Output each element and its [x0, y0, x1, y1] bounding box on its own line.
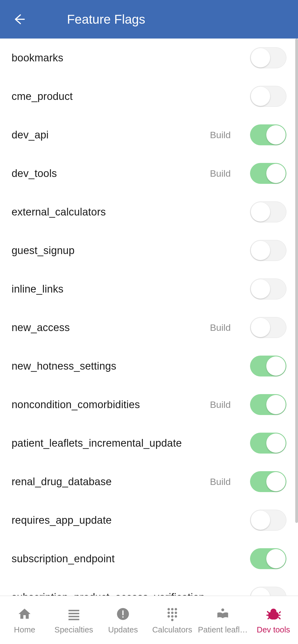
flag-build-label: Build: [210, 322, 231, 333]
dialpad-icon: [164, 606, 180, 622]
app-bar: Feature Flags: [0, 0, 298, 39]
flag-name: new_hotness_settings: [12, 360, 250, 372]
feature-flag-row: patient_leaflets_incremental_update: [0, 424, 298, 462]
nav-home[interactable]: Home: [0, 596, 49, 644]
toggle-knob: [266, 356, 286, 376]
nav-label: Calculators: [151, 625, 193, 634]
flag-toggle[interactable]: [250, 47, 286, 68]
toggle-knob: [251, 588, 270, 596]
flag-toggle[interactable]: [250, 587, 286, 596]
flag-name: requires_app_update: [12, 514, 250, 526]
flag-name: renal_drug_database: [12, 476, 210, 488]
feature-flag-row: external_calculators: [0, 193, 298, 231]
svg-rect-5: [122, 610, 124, 615]
feature-flags-list[interactable]: bookmarkscme_productdev_apiBuilddev_tool…: [0, 39, 298, 596]
toggle-knob: [251, 48, 270, 67]
list-icon: [66, 606, 82, 622]
feature-flag-row: inline_links: [0, 270, 298, 308]
nav-updates[interactable]: Updates: [98, 596, 147, 644]
flag-toggle[interactable]: [250, 471, 286, 492]
feature-flag-row: new_accessBuild: [0, 308, 298, 347]
svg-point-10: [167, 612, 170, 614]
flag-toggle[interactable]: [250, 163, 286, 184]
flag-toggle[interactable]: [250, 124, 286, 145]
svg-point-7: [167, 608, 170, 610]
toggle-knob: [251, 511, 270, 530]
flag-name: inline_links: [12, 283, 250, 295]
toggle-knob: [266, 395, 286, 414]
nav-label: Specialties: [53, 625, 94, 634]
toggle-knob: [266, 433, 286, 453]
flag-name: dev_api: [12, 129, 210, 141]
page-title: Feature Flags: [67, 12, 145, 27]
flag-name: subscription_product_access_verification: [12, 591, 250, 596]
svg-point-15: [174, 615, 177, 618]
svg-point-13: [167, 615, 170, 618]
flag-toggle[interactable]: [250, 394, 286, 415]
svg-rect-6: [122, 616, 124, 617]
flag-toggle[interactable]: [250, 240, 286, 261]
flag-build-label: Build: [210, 168, 231, 179]
toggle-knob: [266, 125, 286, 144]
feature-flag-row: requires_app_update: [0, 501, 298, 539]
svg-point-14: [171, 615, 173, 618]
nav-calculators[interactable]: Calculators: [147, 596, 197, 644]
back-button[interactable]: [10, 11, 27, 28]
feature-flag-row: renal_drug_databaseBuild: [0, 462, 298, 501]
arrow-left-icon: [12, 13, 25, 26]
svg-point-8: [171, 608, 173, 610]
flag-name: bookmarks: [12, 52, 250, 64]
flag-name: external_calculators: [12, 206, 250, 218]
feature-flag-row: dev_apiBuild: [0, 116, 298, 154]
toggle-knob: [266, 164, 286, 183]
feature-flag-row: noncondition_comorbiditiesBuild: [0, 385, 298, 424]
flag-name: dev_tools: [12, 168, 210, 179]
flag-name: noncondition_comorbidities: [12, 399, 210, 411]
toggle-knob: [266, 472, 286, 491]
svg-rect-0: [68, 610, 79, 611]
nav-patient-leaflets[interactable]: Patient leafl…: [197, 596, 249, 644]
flag-toggle[interactable]: [250, 356, 286, 376]
reader-icon: [215, 606, 231, 622]
flag-toggle[interactable]: [250, 510, 286, 531]
flag-toggle[interactable]: [250, 548, 286, 569]
flag-toggle[interactable]: [250, 279, 286, 299]
flag-name: guest_signup: [12, 245, 250, 256]
flag-build-label: Build: [210, 399, 231, 410]
svg-point-17: [221, 608, 224, 611]
nav-dev-tools[interactable]: Dev tools: [249, 596, 298, 644]
toggle-knob: [251, 241, 270, 260]
svg-point-16: [171, 619, 173, 621]
alert-circle-icon: [115, 606, 131, 622]
toggle-knob: [251, 279, 270, 299]
svg-point-9: [174, 608, 177, 610]
flag-name: patient_leaflets_incremental_update: [12, 437, 250, 449]
toggle-knob: [266, 549, 286, 568]
toggle-knob: [251, 318, 270, 337]
flag-build-label: Build: [210, 130, 231, 140]
flag-name: subscription_endpoint: [12, 553, 250, 565]
flag-toggle[interactable]: [250, 86, 286, 107]
svg-rect-1: [68, 613, 79, 614]
feature-flag-row: dev_toolsBuild: [0, 154, 298, 193]
feature-flag-row: subscription_product_access_verification: [0, 578, 298, 596]
toggle-knob: [251, 202, 270, 222]
scrollbar[interactable]: [295, 39, 298, 523]
flag-toggle[interactable]: [250, 201, 286, 222]
flag-name: new_access: [12, 322, 210, 334]
svg-point-12: [174, 612, 177, 614]
nav-label: Home: [13, 625, 36, 634]
flag-toggle[interactable]: [250, 317, 286, 338]
flag-build-label: Build: [210, 476, 231, 487]
feature-flag-row: new_hotness_settings: [0, 347, 298, 385]
feature-flag-row: guest_signup: [0, 231, 298, 270]
flag-toggle[interactable]: [250, 433, 286, 454]
svg-rect-3: [68, 619, 79, 620]
svg-rect-2: [68, 616, 79, 617]
nav-specialties[interactable]: Specialties: [49, 596, 98, 644]
bottom-nav: Home Specialties Updates Calcu: [0, 596, 298, 644]
toggle-knob: [251, 87, 270, 106]
feature-flag-row: subscription_endpoint: [0, 539, 298, 578]
home-icon: [17, 606, 33, 622]
feature-flag-row: bookmarks: [0, 39, 298, 77]
